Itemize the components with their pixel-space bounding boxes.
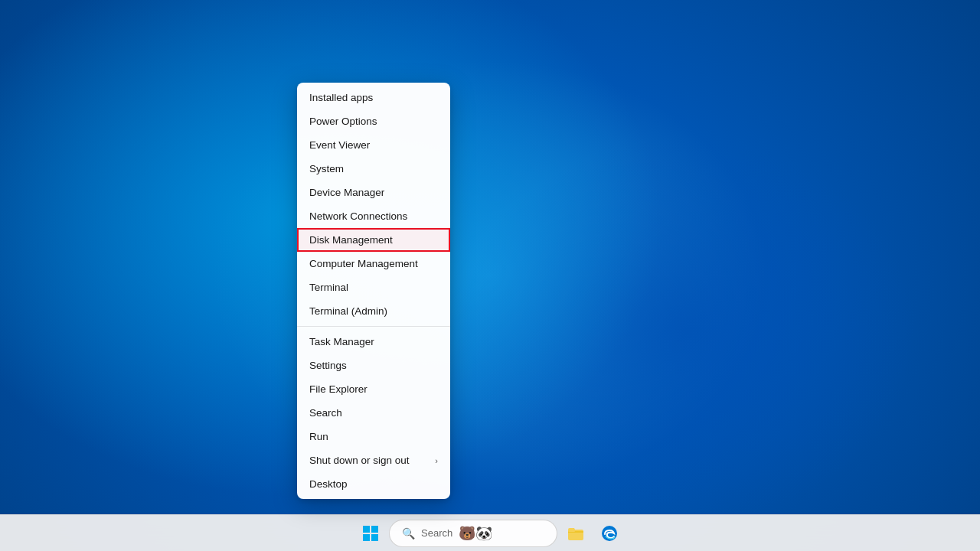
menu-item-label-search: Search (309, 407, 342, 419)
svg-rect-3 (371, 534, 378, 541)
menu-item-label-run: Run (309, 431, 328, 442)
file-explorer-taskbar[interactable] (560, 518, 591, 549)
svg-rect-0 (363, 526, 370, 533)
submenu-chevron-shut-down-sign-out: › (435, 456, 438, 465)
menu-item-terminal[interactable]: Terminal (297, 276, 450, 299)
taskbar-center: 🔍 Search 🐻🐼 (355, 518, 625, 549)
menu-item-label-settings: Settings (309, 360, 347, 371)
menu-item-label-device-manager: Device Manager (309, 187, 384, 198)
menu-separator (297, 326, 450, 327)
menu-item-file-explorer[interactable]: File Explorer (297, 377, 450, 401)
context-menu: Installed appsPower OptionsEvent ViewerS… (297, 83, 450, 499)
menu-item-run[interactable]: Run (297, 425, 450, 448)
menu-item-network-connections[interactable]: Network Connections (297, 204, 450, 228)
menu-item-system[interactable]: System (297, 157, 450, 181)
menu-item-installed-apps[interactable]: Installed apps (297, 86, 450, 109)
menu-item-label-terminal: Terminal (309, 282, 348, 293)
menu-item-label-file-explorer: File Explorer (309, 383, 368, 395)
wallpaper (0, 0, 980, 551)
svg-rect-2 (363, 534, 370, 541)
menu-item-label-task-manager: Task Manager (309, 336, 374, 347)
taskbar-search[interactable]: 🔍 Search 🐻🐼 (389, 520, 557, 547)
menu-item-label-terminal-admin: Terminal (Admin) (309, 305, 387, 317)
menu-item-label-installed-apps: Installed apps (309, 92, 373, 103)
menu-item-shut-down-sign-out[interactable]: Shut down or sign out› (297, 448, 450, 472)
menu-item-disk-management[interactable]: Disk Management (297, 228, 450, 252)
menu-item-terminal-admin[interactable]: Terminal (Admin) (297, 299, 450, 323)
menu-item-event-viewer[interactable]: Event Viewer (297, 133, 450, 157)
menu-item-label-event-viewer: Event Viewer (309, 139, 370, 151)
menu-item-label-disk-management: Disk Management (309, 234, 393, 246)
menu-item-label-power-options: Power Options (309, 116, 377, 127)
desktop: Installed appsPower OptionsEvent ViewerS… (0, 0, 980, 551)
search-label: Search (421, 527, 452, 539)
search-decoration: 🐻🐼 (459, 525, 492, 542)
menu-item-desktop[interactable]: Desktop (297, 472, 450, 496)
menu-item-settings[interactable]: Settings (297, 354, 450, 377)
menu-item-computer-management[interactable]: Computer Management (297, 252, 450, 276)
taskbar: 🔍 Search 🐻🐼 (0, 514, 980, 551)
svg-rect-5 (568, 530, 575, 532)
svg-rect-1 (371, 526, 378, 533)
menu-item-device-manager[interactable]: Device Manager (297, 181, 450, 204)
search-icon: 🔍 (402, 527, 415, 540)
menu-item-search[interactable]: Search (297, 401, 450, 425)
menu-item-label-computer-management: Computer Management (309, 258, 418, 269)
menu-item-label-desktop: Desktop (309, 478, 348, 490)
edge-taskbar[interactable] (594, 518, 625, 549)
menu-item-label-system: System (309, 163, 344, 174)
menu-item-label-shut-down-sign-out: Shut down or sign out (309, 455, 410, 466)
start-button[interactable] (355, 518, 386, 549)
menu-item-task-manager[interactable]: Task Manager (297, 330, 450, 354)
menu-item-power-options[interactable]: Power Options (297, 109, 450, 133)
menu-item-label-network-connections: Network Connections (309, 210, 407, 222)
